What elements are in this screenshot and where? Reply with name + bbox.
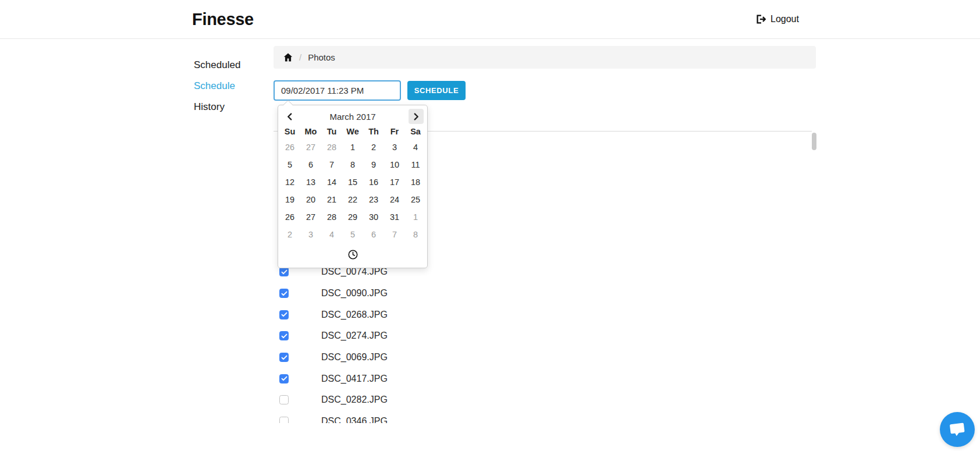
calendar-day[interactable]: 7 [321,156,342,173]
prev-month-button[interactable] [282,109,297,124]
file-checkbox[interactable] [279,417,289,423]
photo-file-list: DSC_0074.JPG DSC_0090.JPG DSC_0268.JPG D… [274,261,797,423]
calendar-day[interactable]: 17 [384,173,405,191]
calendar-day[interactable]: 26 [279,208,300,226]
chevron-left-icon [287,113,292,120]
scrollbar-thumb[interactable] [812,133,816,150]
calendar-day[interactable]: 6 [300,156,321,173]
checkmark-icon [281,291,287,296]
calendar-day[interactable]: 11 [405,156,426,173]
logout-label: Logout [770,14,799,24]
breadcrumb-separator: / [299,52,301,62]
calendar-day[interactable]: 3 [300,226,321,243]
calendar-day[interactable]: 31 [384,208,405,226]
calendar-day[interactable]: 27 [300,139,321,156]
day-name: Sa [405,125,426,139]
calendar-day[interactable]: 25 [405,191,426,208]
file-checkbox[interactable] [279,289,289,298]
day-name-row: SuMoTuWeThFrSa [279,125,426,139]
logout-button[interactable]: Logout [757,14,799,24]
calendar-day[interactable]: 18 [405,173,426,191]
file-row: DSC_0417.JPG [274,368,797,389]
calendar-day[interactable]: 28 [321,208,342,226]
checkmark-icon [281,355,287,360]
chat-bubble-icon [948,421,967,438]
calendar-day[interactable]: 4 [405,139,426,156]
file-name: DSC_0090.JPG [321,288,388,299]
day-name: Tu [321,125,342,139]
calendar-day[interactable]: 5 [279,156,300,173]
datepicker-title[interactable]: March 2017 [329,112,375,122]
calendar-day[interactable]: 10 [384,156,405,173]
calendar-day[interactable]: 1 [342,139,363,156]
calendar-day[interactable]: 14 [321,173,342,191]
app-header: Finesse Logout [0,0,980,39]
calendar-day[interactable]: 12 [279,173,300,191]
file-checkbox[interactable] [279,331,289,340]
brand-logo[interactable]: Finesse [192,10,254,29]
calendar-day[interactable]: 9 [363,156,384,173]
calendar-day[interactable]: 20 [300,191,321,208]
file-checkbox[interactable] [279,395,289,404]
file-checkbox[interactable] [279,267,289,276]
chat-launcher-button[interactable] [940,412,975,447]
day-name: Mo [300,125,321,139]
schedule-button[interactable]: SCHEDULE [407,81,466,100]
calendar-day[interactable]: 16 [363,173,384,191]
file-checkbox[interactable] [279,353,289,362]
file-row: DSC_0090.JPG [274,283,797,304]
file-name: DSC_0268.JPG [321,310,388,320]
calendar-day[interactable]: 1 [405,208,426,226]
checkmark-icon [281,376,287,381]
home-icon[interactable] [283,53,293,62]
file-name: DSC_0417.JPG [321,374,388,384]
calendar-day[interactable]: 24 [384,191,405,208]
next-month-button[interactable] [409,109,424,124]
file-name: DSC_0069.JPG [321,352,388,363]
sidebar-item-schedule[interactable]: Schedule [194,80,235,92]
clock-icon[interactable] [347,249,358,260]
calendar-day[interactable]: 30 [363,208,384,226]
sidebar-item-history[interactable]: History [194,101,225,113]
file-row: DSC_0282.JPG [274,389,797,411]
calendar-day[interactable]: 29 [342,208,363,226]
chevron-right-icon [414,113,419,120]
datetime-input[interactable] [274,80,401,101]
calendar-day[interactable]: 26 [279,139,300,156]
calendar-day[interactable]: 7 [384,226,405,243]
breadcrumb: / Photos [274,46,816,69]
file-name: DSC_0074.JPG [321,267,388,277]
calendar-day[interactable]: 28 [321,139,342,156]
calendar-day[interactable]: 4 [321,226,342,243]
calendar-day[interactable]: 2 [363,139,384,156]
file-row: DSC_0274.JPG [274,325,797,347]
calendar-day[interactable]: 5 [342,226,363,243]
calendar-day[interactable]: 8 [342,156,363,173]
calendar-day[interactable]: 23 [363,191,384,208]
file-row: DSC_0069.JPG [274,347,797,368]
file-name: DSC_0282.JPG [321,395,388,405]
file-row: DSC_0268.JPG [274,304,797,325]
calendar-day[interactable]: 27 [300,208,321,226]
calendar-day[interactable]: 21 [321,191,342,208]
calendar-day[interactable]: 19 [279,191,300,208]
file-checkbox[interactable] [279,310,289,319]
day-name: Fr [384,125,405,139]
file-name: DSC_0274.JPG [321,331,388,341]
time-picker-row [279,243,426,265]
datepicker-popup: March 2017 SuMoTuWeThFrSa 26272812345678… [278,105,428,268]
file-checkbox[interactable] [279,374,289,383]
sign-out-icon [757,15,766,24]
day-name: Su [279,125,300,139]
calendar-day[interactable]: 22 [342,191,363,208]
calendar-day[interactable]: 13 [300,173,321,191]
calendar-day[interactable]: 8 [405,226,426,243]
calendar-day[interactable]: 2 [279,226,300,243]
popup-caret [283,101,293,105]
calendar-grid: 2627281234567891011121314151617181920212… [279,139,426,243]
calendar-day[interactable]: 3 [384,139,405,156]
calendar-day[interactable]: 6 [363,226,384,243]
file-name: DSC_0346.JPG [321,416,388,423]
calendar-day[interactable]: 15 [342,173,363,191]
sidebar-item-scheduled[interactable]: Scheduled [194,59,240,71]
